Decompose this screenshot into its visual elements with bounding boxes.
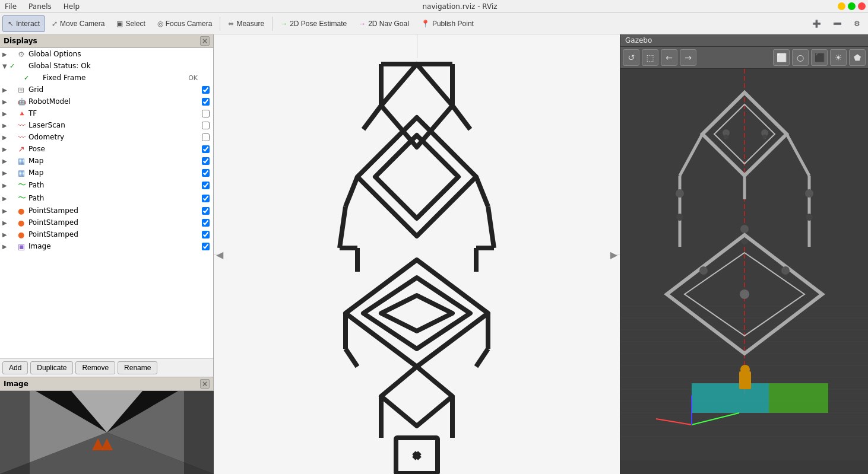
- interact-button[interactable]: ↖ Interact: [2, 15, 45, 32]
- maximize-btn[interactable]: [848, 2, 856, 10]
- pose-checkbox[interactable]: [202, 145, 210, 153]
- checkbox-cell[interactable]: [200, 219, 211, 227]
- image-panel-header: Image ×: [0, 377, 213, 391]
- checkbox-cell[interactable]: [200, 182, 211, 189]
- expand-arrow[interactable]: ▶: [2, 158, 9, 164]
- list-item[interactable]: ▶ 〰 LaserScan: [0, 119, 213, 131]
- remove-btn[interactable]: ➖: [828, 15, 847, 32]
- gazebo-view-btn[interactable]: ⬚: [642, 49, 658, 66]
- list-item[interactable]: ▶ 〜 Path: [0, 179, 213, 192]
- checkbox-cell[interactable]: [200, 110, 211, 117]
- image-panel-close[interactable]: ×: [200, 379, 210, 389]
- checkbox-cell[interactable]: [200, 231, 211, 238]
- map2-checkbox[interactable]: [202, 169, 210, 177]
- checkbox-cell[interactable]: [200, 86, 211, 94]
- robotmodel-checkbox[interactable]: [202, 98, 210, 106]
- list-item[interactable]: ▶ ▦ Map: [0, 167, 213, 179]
- list-item[interactable]: ▶ 〰 Odometry: [0, 131, 213, 143]
- path2-checkbox[interactable]: [202, 195, 210, 202]
- expand-arrow[interactable]: ▶: [2, 146, 9, 152]
- gazebo-extra-btn[interactable]: ⬟: [849, 49, 866, 66]
- list-item[interactable]: ▶ ⊞ Grid: [0, 84, 213, 96]
- gazebo-arrow-left-btn[interactable]: ←: [661, 49, 677, 66]
- map1-checkbox[interactable]: [202, 157, 210, 165]
- select-button[interactable]: ▣ Select: [111, 15, 150, 32]
- expand-arrow[interactable]: ▶: [2, 182, 9, 189]
- add-display-button[interactable]: Add: [2, 361, 28, 374]
- expand-arrow[interactable]: ▼: [2, 63, 9, 69]
- list-item[interactable]: ▶ 🔺 TF: [0, 107, 213, 119]
- gazebo-3d-view[interactable]: [620, 69, 868, 474]
- gazebo-shapes-btn[interactable]: ⬜: [773, 49, 790, 66]
- expand-arrow[interactable]: ▶: [2, 51, 9, 58]
- rename-button[interactable]: Rename: [118, 361, 157, 374]
- checkbox-cell[interactable]: [200, 195, 211, 202]
- expand-arrow[interactable]: ▶: [2, 98, 9, 105]
- checkbox-cell[interactable]: [200, 169, 211, 177]
- point3-checkbox[interactable]: [202, 231, 210, 238]
- add-btn[interactable]: ➕: [807, 15, 826, 32]
- expand-arrow[interactable]: ▶: [2, 122, 9, 129]
- list-item[interactable]: ▶ ● PointStamped: [0, 217, 213, 228]
- displays-close-btn[interactable]: ×: [200, 36, 210, 46]
- publish-point-button[interactable]: 📍 Publish Point: [416, 15, 479, 32]
- checkbox-cell[interactable]: [200, 98, 211, 106]
- checkbox-cell[interactable]: [200, 145, 211, 153]
- expand-arrow[interactable]: ▶: [2, 195, 9, 202]
- close-btn[interactable]: [858, 2, 866, 10]
- list-item[interactable]: ▶ 🤖 RobotModel: [0, 96, 213, 107]
- list-item[interactable]: ▼ ✓ Global Status: Ok: [0, 60, 213, 72]
- minimize-btn[interactable]: [838, 2, 845, 10]
- gazebo-cylinder-btn[interactable]: ⬛: [811, 49, 828, 66]
- measure-button[interactable]: ⬌ Measure: [223, 15, 270, 32]
- focus-camera-button[interactable]: ◎ Focus Camera: [152, 15, 218, 32]
- collapse-right-arrow[interactable]: ▶: [608, 246, 620, 262]
- grid-checkbox[interactable]: [202, 86, 210, 94]
- move-camera-button[interactable]: ⤢ Move Camera: [46, 15, 110, 32]
- gazebo-circle-btn[interactable]: ○: [792, 49, 809, 66]
- path1-checkbox[interactable]: [202, 182, 210, 189]
- list-item[interactable]: ▶ ⚙ Global Options: [0, 48, 213, 60]
- image-checkbox[interactable]: [202, 243, 210, 250]
- menu-file[interactable]: File: [2, 1, 19, 12]
- checkbox-cell[interactable]: [200, 157, 211, 165]
- gazebo-light-btn[interactable]: ☀: [830, 49, 847, 66]
- duplicate-button[interactable]: Duplicate: [30, 361, 73, 374]
- display-icon: ⚙: [18, 50, 28, 59]
- point1-checkbox[interactable]: [202, 207, 210, 215]
- collapse-left-arrow[interactable]: ◀: [214, 246, 226, 262]
- checkbox-cell[interactable]: [200, 243, 211, 250]
- expand-arrow[interactable]: ▶: [2, 208, 9, 214]
- list-item[interactable]: ▶ ↗ Pose: [0, 143, 213, 155]
- remove-display-button[interactable]: Remove: [75, 361, 115, 374]
- expand-arrow[interactable]: ▶: [2, 231, 9, 238]
- point2-checkbox[interactable]: [202, 219, 210, 227]
- checkbox-cell[interactable]: [200, 122, 211, 129]
- expand-arrow[interactable]: ▶: [2, 134, 9, 141]
- tf-checkbox[interactable]: [202, 110, 210, 117]
- displays-list[interactable]: ▶ ⚙ Global Options ▼ ✓ Global Status: Ok…: [0, 48, 213, 358]
- gazebo-arrow-right-btn[interactable]: →: [680, 49, 696, 66]
- main-viewport[interactable]: ◀ ▶: [214, 34, 620, 474]
- expand-arrow[interactable]: ▶: [2, 87, 9, 93]
- list-item[interactable]: ▶ 〜 Path: [0, 192, 213, 205]
- nav-goal-button[interactable]: → 2D Nav Goal: [353, 15, 414, 32]
- expand-arrow[interactable]: ▶: [2, 219, 9, 226]
- menu-panels[interactable]: Panels: [26, 1, 54, 12]
- laserscan-checkbox[interactable]: [202, 122, 210, 129]
- expand-arrow[interactable]: ▶: [2, 170, 9, 176]
- list-item[interactable]: ▶ ● PointStamped: [0, 205, 213, 217]
- gazebo-refresh-btn[interactable]: ↺: [623, 49, 639, 66]
- expand-arrow[interactable]: ▶: [2, 110, 9, 117]
- menu-help[interactable]: Help: [61, 1, 82, 12]
- checkbox-cell[interactable]: [200, 133, 211, 141]
- settings-btn[interactable]: ⚙: [848, 15, 866, 32]
- checkbox-cell[interactable]: [200, 207, 211, 215]
- expand-arrow[interactable]: ▶: [2, 243, 9, 250]
- odometry-checkbox[interactable]: [202, 133, 210, 141]
- list-item[interactable]: ▶ ▣ Image: [0, 240, 213, 252]
- list-item[interactable]: ▶ ● PointStamped: [0, 228, 213, 240]
- list-item[interactable]: ✓ Fixed Frame OK: [0, 72, 213, 84]
- pose-estimate-button[interactable]: → 2D Pose Estimate: [275, 15, 352, 32]
- list-item[interactable]: ▶ ▦ Map: [0, 155, 213, 167]
